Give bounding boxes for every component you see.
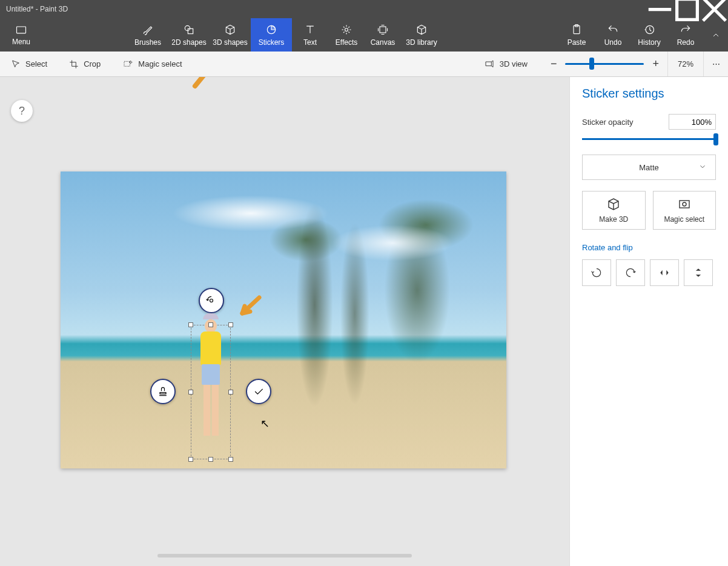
- opacity-slider[interactable]: [582, 138, 716, 140]
- shapes2d-icon: [183, 24, 195, 36]
- tool-brushes[interactable]: Brushes: [127, 18, 168, 52]
- title-bar: Untitled* - Paint 3D: [0, 0, 728, 18]
- svg-point-5: [345, 28, 348, 31]
- undo-button[interactable]: Undo: [595, 18, 631, 52]
- side-panel: Sticker settings Sticker opacity Matte M…: [569, 77, 728, 566]
- tool-label: Brushes: [134, 38, 161, 47]
- history-icon: [643, 24, 655, 36]
- minimize-button[interactable]: [646, 0, 673, 18]
- zoom-in-button[interactable]: +: [652, 58, 659, 70]
- tool-stickers[interactable]: Stickers: [251, 18, 292, 52]
- undo-icon: [607, 24, 619, 36]
- tool-label: Text: [303, 38, 317, 47]
- redo-button[interactable]: Redo: [667, 18, 704, 52]
- ribbon: Menu Brushes 2D shapes 3D shapes Sticker…: [0, 18, 728, 52]
- annotation-arrow-icon: [236, 294, 263, 321]
- menu-button[interactable]: Menu: [0, 18, 42, 52]
- rotate-ccw-button[interactable]: [582, 259, 611, 286]
- zoom-out-button[interactable]: −: [551, 58, 557, 70]
- canvas-image: [61, 171, 506, 468]
- canvas-icon: [377, 24, 389, 36]
- history-button[interactable]: History: [631, 18, 667, 52]
- resize-handle[interactable]: [208, 457, 213, 462]
- secondary-toolbar: Select Crop Magic select 3D view − + 72%…: [0, 52, 728, 77]
- crop-tool[interactable]: Crop: [58, 52, 111, 76]
- sticker-selection[interactable]: [191, 325, 231, 459]
- close-button[interactable]: [701, 0, 728, 18]
- canvas-area[interactable]: ?: [0, 77, 569, 566]
- sticker-content: [195, 330, 227, 455]
- window-title: Untitled* - Paint 3D: [0, 5, 646, 13]
- svg-point-13: [683, 202, 686, 206]
- magic-select-label: Magic select: [138, 59, 182, 68]
- tool-effects[interactable]: Effects: [328, 18, 365, 52]
- svg-rect-12: [680, 201, 689, 208]
- tool-canvas[interactable]: Canvas: [365, 18, 401, 52]
- tool-3d-library[interactable]: 3D library: [401, 18, 442, 52]
- zoom-slider[interactable]: [565, 63, 644, 65]
- tool-text[interactable]: Text: [292, 18, 328, 52]
- rotate-handle[interactable]: [199, 288, 224, 313]
- effects-icon: [340, 24, 352, 36]
- crop-label: Crop: [84, 59, 101, 68]
- rotate-cw-button[interactable]: [616, 259, 645, 286]
- magic-select-button[interactable]: Magic select: [653, 191, 716, 230]
- select-tool[interactable]: Select: [0, 52, 58, 76]
- magic-select-tool[interactable]: Magic select: [111, 52, 193, 76]
- horizontal-scrollbar[interactable]: [157, 554, 412, 558]
- opacity-label: Sticker opacity: [582, 118, 634, 127]
- svg-rect-6: [380, 27, 386, 33]
- paste-icon: [571, 24, 583, 36]
- stamp-button[interactable]: [150, 379, 176, 404]
- shapes3d-icon: [224, 24, 236, 36]
- tool-label: Undo: [604, 38, 622, 47]
- rotate-flip-label: Rotate and flip: [582, 243, 716, 252]
- brush-icon: [142, 24, 154, 36]
- menu-label: Menu: [12, 38, 30, 46]
- collapse-ribbon-button[interactable]: [704, 18, 728, 52]
- panel-title: Sticker settings: [582, 87, 716, 101]
- resize-handle[interactable]: [188, 457, 193, 462]
- tool-label: History: [638, 38, 660, 47]
- stickers-icon: [265, 24, 277, 36]
- resize-handle[interactable]: [188, 390, 193, 395]
- cursor-icon: ↖: [260, 417, 270, 430]
- tool-label: Canvas: [371, 38, 395, 47]
- magic-select-label: Magic select: [664, 215, 704, 224]
- annotation-arrow-icon: [189, 77, 225, 89]
- resize-handle[interactable]: [228, 457, 233, 462]
- svg-point-2: [185, 25, 190, 30]
- tool-3d-shapes[interactable]: 3D shapes: [210, 18, 251, 52]
- flip-vertical-button[interactable]: [684, 259, 713, 286]
- opacity-input[interactable]: [669, 114, 716, 130]
- more-options-button[interactable]: ⋯: [704, 59, 728, 68]
- resize-handle[interactable]: [208, 322, 213, 327]
- tool-label: Stickers: [259, 38, 285, 47]
- flip-horizontal-button[interactable]: [650, 259, 679, 286]
- help-button[interactable]: ?: [11, 100, 33, 122]
- tool-label: Redo: [677, 38, 695, 47]
- material-dropdown[interactable]: Matte: [582, 155, 716, 180]
- canvas[interactable]: ↖: [61, 171, 506, 468]
- tool-label: 3D library: [406, 38, 437, 47]
- resize-handle[interactable]: [228, 322, 233, 327]
- svg-point-11: [210, 299, 213, 302]
- confiration-commit-button[interactable]: [246, 379, 271, 404]
- tool-label: 2D shapes: [171, 38, 206, 47]
- resize-handle[interactable]: [228, 390, 233, 395]
- paste-button[interactable]: Paste: [558, 18, 595, 52]
- tool-label: Effects: [336, 38, 357, 47]
- library3d-icon: [415, 24, 428, 36]
- tool-label: 3D shapes: [213, 38, 247, 47]
- make-3d-label: Make 3D: [599, 215, 628, 224]
- chevron-down-icon: [698, 162, 707, 173]
- maximize-button[interactable]: [673, 0, 701, 18]
- 3d-view-toggle[interactable]: 3D view: [473, 52, 538, 76]
- tool-2d-shapes[interactable]: 2D shapes: [168, 18, 210, 52]
- material-value: Matte: [639, 163, 659, 172]
- redo-icon: [680, 24, 692, 36]
- make-3d-button[interactable]: Make 3D: [582, 191, 646, 230]
- zoom-percentage[interactable]: 72%: [667, 52, 704, 76]
- svg-rect-0: [677, 0, 698, 19]
- resize-handle[interactable]: [188, 322, 193, 327]
